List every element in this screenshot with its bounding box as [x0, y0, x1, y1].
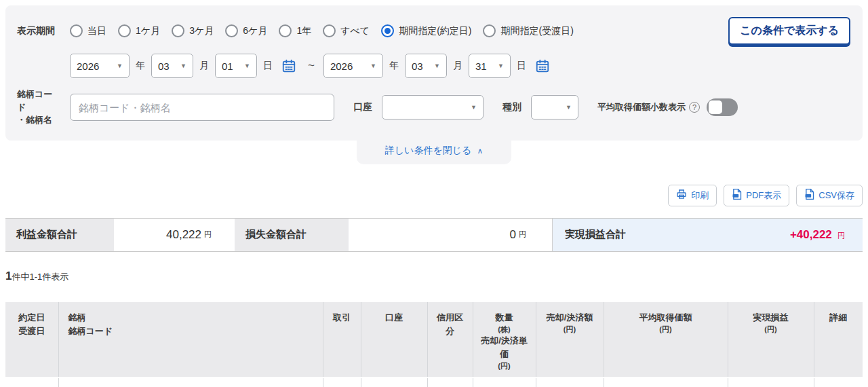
to-month-value: 03 [412, 60, 423, 72]
header-avg-label: 平均取得価額 [610, 311, 722, 325]
period-radio-range-trade-date[interactable]: 期間指定(約定日) [381, 24, 471, 37]
radio-label: 期間指定(約定日) [399, 25, 471, 37]
table-header-row: 約定日 受渡日 銘柄 銘柄コード 取引 口座 信用区分 数量 (株) 売却/決済… [5, 302, 863, 377]
month-unit-label: 月 [453, 60, 462, 72]
stock-code-name-label: 銘柄コード ・銘柄名 [17, 88, 59, 127]
printer-icon [676, 189, 687, 202]
period-radio-6month[interactable]: 6ケ月 [225, 24, 267, 37]
stock-filter-row: 銘柄コード ・銘柄名 口座 ▼ 種別 ▼ 平均取得価額小数表示 ? [17, 88, 850, 127]
header-unit-price-unit: (円) [479, 361, 530, 371]
csv-save-button[interactable]: CSV保存 [796, 185, 863, 206]
from-year-value: 2026 [77, 60, 99, 72]
header-qty-unit: (株) [479, 325, 530, 334]
period-radio-3month[interactable]: 3ケ月 [172, 24, 214, 37]
to-year-select[interactable]: 2026 ▼ [323, 54, 383, 78]
header-realized-pl: 実現損益 (円) [728, 302, 814, 377]
to-year-value: 2026 [330, 60, 353, 72]
header-stock: 銘柄 銘柄コード [58, 302, 323, 377]
type-select[interactable]: ▼ [531, 95, 578, 119]
radio-circle-icon [118, 24, 131, 37]
radio-circle-icon [225, 24, 238, 37]
profit-total-label: 利益金額合計 [5, 219, 114, 251]
export-toolbar: 印刷 PDF表示 CSV保存 [5, 185, 863, 206]
result-count-suffix: 件中1-1件表示 [12, 272, 68, 282]
header-stock-name: 銘柄 [68, 311, 317, 325]
period-radio-all[interactable]: すべて [323, 24, 370, 37]
cell-margin-type: 制度 [427, 377, 473, 387]
csv-button-label: CSV保存 [818, 189, 854, 202]
from-year-select[interactable]: 2026 ▼ [70, 54, 130, 78]
cell-account: 特定 [361, 377, 427, 387]
radio-label: 1ケ月 [136, 25, 160, 37]
radio-label: 当日 [87, 25, 106, 37]
from-day-select[interactable]: 01 ▼ [215, 54, 257, 78]
period-radio-today[interactable]: 当日 [70, 24, 106, 37]
month-unit-label: 月 [199, 60, 209, 72]
day-unit-label: 日 [263, 60, 273, 72]
realized-pl-total-value: +40,222 円 [790, 228, 845, 242]
cell-avg-price: 4,040.00 [604, 377, 728, 387]
period-radio-1year[interactable]: 1年 [279, 24, 311, 37]
cell-amount: 444,500 [536, 377, 604, 387]
loss-total-value: 0 円 [349, 219, 552, 251]
from-month-select[interactable]: 03 ▼ [151, 54, 193, 78]
year-unit-label: 年 [389, 60, 399, 72]
stock-label-line2: ・銘柄名 [17, 114, 59, 127]
header-settlement-date: 受渡日 [11, 325, 53, 338]
chevron-down-icon: ▼ [434, 62, 440, 69]
calendar-icon[interactable] [281, 58, 296, 73]
cell-dates: 2026/03/06 2026/03/10 [5, 377, 58, 387]
account-select[interactable]: ▼ [382, 95, 484, 119]
collapse-link-label: 詳しい条件を閉じる [385, 145, 472, 157]
currency-unit: 円 [837, 232, 845, 240]
apply-filter-button[interactable]: この条件で表示する [728, 17, 850, 45]
header-trade: 取引 [323, 302, 361, 377]
result-count: 1件中1-1件表示 [5, 270, 863, 283]
stock-search-input[interactable] [70, 94, 334, 121]
header-margin-type: 信用区分 [427, 302, 473, 377]
collapse-conditions-link[interactable]: 詳しい条件を閉じる ∧ [357, 141, 511, 164]
decimal-display-toggle[interactable] [707, 98, 738, 116]
header-quantity: 数量 (株) 売却/決済単価 (円) [473, 302, 536, 377]
header-avg-unit: (円) [610, 325, 722, 334]
profit-amount: 40,222 [166, 228, 201, 242]
period-row: 表示期間 当日 1ケ月 3ケ月 6ケ月 [17, 17, 850, 45]
header-account: 口座 [361, 302, 427, 377]
cell-quantity: 100 4,445.0 [473, 377, 536, 387]
range-separator: ~ [308, 59, 315, 73]
header-avg-price: 平均取得価額 (円) [604, 302, 728, 377]
chevron-down-icon: ▼ [117, 62, 123, 69]
account-label: 口座 [353, 101, 372, 113]
loss-amount: 0 [510, 228, 516, 242]
help-icon[interactable]: ? [689, 102, 700, 113]
print-button[interactable]: 印刷 [668, 185, 717, 206]
header-detail: 詳細 [814, 302, 863, 377]
radio-circle-icon [483, 24, 496, 37]
header-trade-date: 約定日 [11, 311, 53, 325]
decimal-display-label: 平均取得価額小数表示 [597, 101, 686, 113]
header-qty-label: 数量 [479, 311, 530, 325]
header-stock-code: 銘柄コード [68, 325, 317, 338]
search-filter-panel: 表示期間 当日 1ケ月 3ケ月 6ケ月 [5, 5, 863, 141]
calendar-icon[interactable] [535, 58, 550, 73]
realized-pl-total-label: 実現損益合計 [565, 228, 626, 241]
day-unit-label: 日 [517, 60, 526, 72]
header-amount: 売却/決済額 (円) [536, 302, 604, 377]
to-day-value: 31 [475, 60, 487, 72]
radio-label: 3ケ月 [189, 25, 214, 37]
chevron-down-icon: ▼ [244, 62, 250, 69]
to-month-select[interactable]: 03 ▼ [405, 54, 447, 78]
radio-label: すべて [340, 25, 370, 37]
to-day-select[interactable]: 31 ▼ [469, 54, 511, 78]
period-radio-range-settlement-date[interactable]: 期間指定(受渡日) [483, 24, 573, 37]
year-unit-label: 年 [136, 60, 145, 72]
profit-total-value: 40,222 円 [114, 219, 235, 251]
realized-pl-amount: +40,222 [790, 228, 832, 241]
chevron-down-icon: ▼ [498, 62, 504, 69]
chevron-down-icon: ▼ [471, 104, 477, 111]
type-label: 種別 [502, 101, 521, 113]
header-amount-label: 売却/決済額 [542, 311, 598, 325]
period-radio-1month[interactable]: 1ケ月 [118, 24, 160, 37]
date-range-row: 2026 ▼ 年 03 ▼ 月 01 ▼ 日 [17, 54, 850, 78]
pdf-view-button[interactable]: PDF表示 [724, 185, 789, 206]
